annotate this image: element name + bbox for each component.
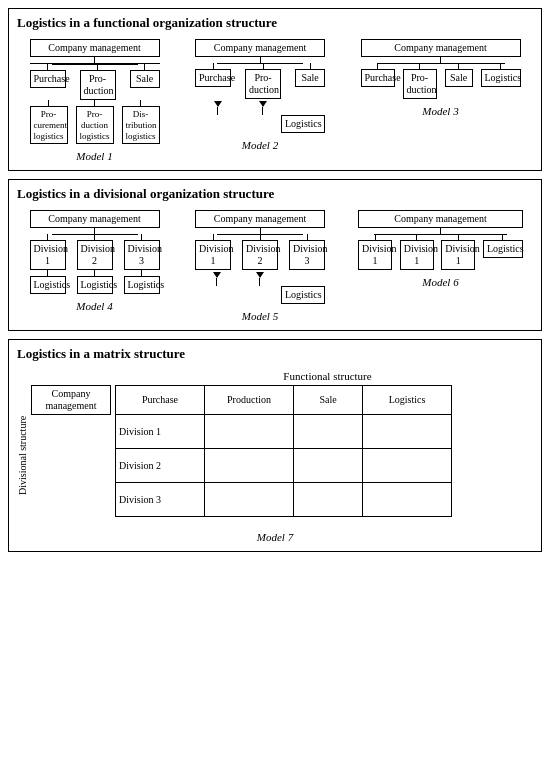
matrix-row2-label: Division 2 <box>115 448 205 483</box>
model3-l1-sale: Sale <box>445 69 473 87</box>
matrix-row2-c3 <box>293 448 363 483</box>
model2-logistics: Logistics <box>281 115 325 133</box>
model6-div1c: Division 1 <box>441 240 475 270</box>
functional-models-row: Company management Purchase Pro-duction <box>17 39 533 162</box>
model1-l1-production: Pro-duction <box>80 70 116 100</box>
model4-div1: Division 1 <box>30 240 66 270</box>
model2-root: Company management <box>195 39 325 57</box>
model2-l1-sale: Sale <box>295 69 325 87</box>
matrix-row1-label: Division 1 <box>115 414 205 449</box>
model2-l1-purchase: Purchase <box>195 69 231 87</box>
model1-l2-distribution: Dis-tributionlogistics <box>122 106 160 144</box>
model4-div3: Division 3 <box>124 240 160 270</box>
model6-container: Company management Division 1 Division 1 <box>348 210 533 288</box>
model4-label: Model 4 <box>76 300 112 312</box>
matrix-row3-c2 <box>204 482 294 517</box>
model2-l1-production: Pro-duction <box>245 69 281 99</box>
matrix-row2-c2 <box>204 448 294 483</box>
functional-structure-label: Functional structure <box>122 370 533 382</box>
model4-log3: Logistics <box>124 276 160 294</box>
matrix-row3-c3 <box>293 482 363 517</box>
functional-section: Logistics in a functional organization s… <box>8 8 542 171</box>
matrix-mgmt: Company management <box>31 385 111 415</box>
model5-div3: Division 3 <box>289 240 325 270</box>
model1-label: Model 1 <box>76 150 112 162</box>
model1-l2-production-log: Pro-ductionlogistics <box>76 106 114 144</box>
matrix-row2-c4 <box>362 448 452 483</box>
model2-container: Company management Purchase Pro-duction … <box>180 39 340 151</box>
model1-root: Company management <box>30 39 160 57</box>
divisional-title: Logistics in a divisional organization s… <box>17 186 533 202</box>
matrix-content: Functional structure Divisional structur… <box>17 370 533 543</box>
divisional-models-row: Company management Division 1 Division 2 <box>17 210 533 322</box>
functional-title: Logistics in a functional organization s… <box>17 15 533 31</box>
matrix-col-logistics: Logistics <box>362 385 452 415</box>
model3-l1-logistics: Logistics <box>481 69 521 87</box>
model4-tree: Company management Division 1 Division 2 <box>17 210 172 294</box>
model5-root: Company management <box>195 210 325 228</box>
model4-log1: Logistics <box>30 276 66 294</box>
model3-l1-purchase: Purchase <box>361 69 395 87</box>
model1-tree: Company management Purchase Pro-duction <box>17 39 172 144</box>
model5-div1: Division 1 <box>195 240 231 270</box>
matrix-col-sale: Sale <box>293 385 363 415</box>
model5-container: Company management Division 1 Division 2 <box>180 210 340 322</box>
matrix-left-col: Divisional structure Company management <box>17 385 111 525</box>
model4-div2: Division 2 <box>77 240 113 270</box>
model7-label: Model 7 <box>17 531 533 543</box>
matrix-col-production: Production <box>204 385 294 415</box>
matrix-row1: Division 1 <box>115 414 452 449</box>
matrix-header-row: Purchase Production Sale Logistics <box>115 385 452 415</box>
divisional-structure-label: Divisional structure <box>17 385 28 525</box>
matrix-row1-c2 <box>204 414 294 449</box>
model4-log2: Logistics <box>77 276 113 294</box>
model4-container: Company management Division 1 Division 2 <box>17 210 172 312</box>
model6-div1b: Division 1 <box>400 240 434 270</box>
model5-tree: Company management Division 1 Division 2 <box>180 210 340 304</box>
model5-logistics: Logistics <box>281 286 325 304</box>
matrix-top-area: Functional structure <box>17 370 533 385</box>
model1-l2-procurement: Pro-curementlogistics <box>30 106 68 144</box>
model5-label: Model 5 <box>242 310 278 322</box>
model3-container: Company management Purchase Pro-duction … <box>348 39 533 117</box>
model6-logistics: Logistics <box>483 240 523 258</box>
model6-root: Company management <box>358 210 523 228</box>
matrix-section: Logistics in a matrix structure Function… <box>8 339 542 552</box>
model3-l1-production: Pro-duction <box>403 69 437 99</box>
matrix-row1-c3 <box>293 414 363 449</box>
model6-tree: Company management Division 1 Division 1 <box>348 210 533 270</box>
model1-l1-purchase: Purchase <box>30 70 66 88</box>
model3-label: Model 3 <box>422 105 458 117</box>
model2-label: Model 2 <box>242 139 278 151</box>
matrix-row1-c4 <box>362 414 452 449</box>
matrix-body: Divisional structure Company management … <box>17 385 452 525</box>
matrix-row3: Division 3 <box>115 482 452 517</box>
matrix-table-area: Purchase Production Sale Logistics Divis… <box>115 385 452 525</box>
matrix-col-purchase: Purchase <box>115 385 205 415</box>
model6-label: Model 6 <box>422 276 458 288</box>
model3-tree: Company management Purchase Pro-duction … <box>348 39 533 99</box>
model1-container: Company management Purchase Pro-duction <box>17 39 172 162</box>
matrix-title: Logistics in a matrix structure <box>17 346 533 362</box>
model3-root: Company management <box>361 39 521 57</box>
model5-div2: Division 2 <box>242 240 278 270</box>
model1-l1-sale: Sale <box>130 70 160 88</box>
matrix-row3-c4 <box>362 482 452 517</box>
divisional-section: Logistics in a divisional organization s… <box>8 179 542 331</box>
model2-tree: Company management Purchase Pro-duction … <box>180 39 340 133</box>
model6-div1a: Division 1 <box>358 240 392 270</box>
matrix-row2: Division 2 <box>115 448 452 483</box>
matrix-row3-label: Division 3 <box>115 482 205 517</box>
model4-root: Company management <box>30 210 160 228</box>
